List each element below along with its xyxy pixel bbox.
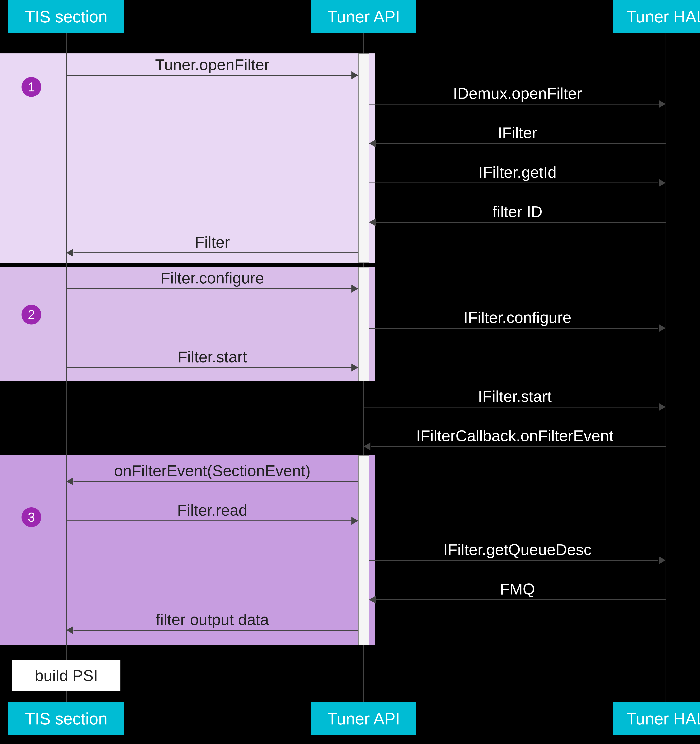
arrow (369, 328, 658, 329)
msg-openfilter-hal: IDemux.openFilter (369, 84, 666, 103)
activation-api-2 (358, 267, 369, 381)
lifeline-label: Tuner API (327, 710, 400, 728)
activation-api-3 (358, 455, 369, 646)
step-badge-2: 2 (21, 305, 41, 324)
arrow (369, 104, 659, 104)
lifeline-header-api-bottom: Tuner API (311, 702, 416, 735)
msg-configure-hal: IFilter.configure (369, 308, 666, 327)
lifeline-label: Tuner HAL (626, 7, 700, 26)
msg-onevent-hal: IFilterCallback.onFilterEvent (363, 427, 666, 445)
arrow-head (66, 249, 73, 257)
arrow (376, 222, 666, 223)
lifeline-label: TIS section (25, 7, 107, 26)
lifeline-header-tis-bottom: TIS section (8, 702, 124, 735)
arrow (66, 521, 351, 521)
lifeline-header-hal-top: Tuner HAL (613, 0, 700, 33)
arrow-head (659, 324, 666, 332)
arrow-head (369, 218, 376, 226)
msg-filterid: filter ID (369, 202, 666, 221)
arrow-head (351, 363, 358, 372)
lifeline-header-hal-bottom: Tuner HAL (613, 702, 700, 735)
arrow-head (351, 71, 358, 79)
lifeline-label: TIS section (25, 710, 107, 728)
msg-ifilter: IFilter (369, 124, 666, 142)
arrow-openfilter (66, 75, 351, 76)
badge-number: 3 (28, 510, 35, 525)
arrow-head (369, 596, 376, 604)
lifeline-header-api-top: Tuner API (311, 0, 416, 33)
arrow (73, 630, 358, 631)
group-1-band (0, 54, 375, 263)
arrow (66, 288, 351, 289)
arrow (376, 599, 666, 600)
note-text: build PSI (35, 667, 98, 684)
arrow (73, 252, 358, 253)
msg-getfmq: IFilter.getQueueDesc (369, 540, 666, 559)
note-build-psi: build PSI (12, 660, 121, 691)
msg-fmq: FMQ (369, 580, 666, 598)
arrow (66, 367, 351, 368)
msg-start-hal: IFilter.start (363, 387, 666, 406)
arrow-head (659, 556, 666, 564)
msg-configure: Filter.configure (66, 269, 358, 287)
arrow-head (659, 100, 666, 108)
badge-number: 2 (28, 307, 35, 322)
lifeline-header-tis-top: TIS section (8, 0, 124, 33)
arrow (369, 183, 658, 183)
arrow (369, 560, 658, 561)
lifeline-label: Tuner HAL (626, 710, 700, 728)
msg-getid: IFilter.getId (369, 163, 666, 182)
msg-outdata: filter output data (66, 610, 358, 629)
lifeline-label: Tuner API (327, 7, 400, 26)
arrow-head (351, 285, 358, 293)
arrow (371, 446, 666, 447)
msg-read: Filter.read (66, 501, 358, 519)
arrow-head (351, 517, 358, 525)
arrow-head (66, 626, 73, 634)
msg-start: Filter.start (66, 348, 358, 366)
msg-onevent: onFilterEvent(SectionEvent) (66, 462, 358, 480)
badge-number: 1 (28, 80, 35, 94)
arrow-head (659, 179, 666, 187)
arrow (376, 143, 666, 144)
arrow-head (66, 478, 73, 485)
step-badge-1: 1 (21, 77, 41, 97)
msg-filter: Filter (66, 233, 358, 251)
arrow-head (659, 403, 666, 411)
activation-api-1 (358, 54, 369, 263)
arrow (363, 406, 658, 408)
step-badge-3: 3 (21, 507, 41, 527)
arrow-head (363, 442, 371, 450)
arrow-head (369, 140, 376, 147)
arrow (73, 481, 358, 482)
msg-openfilter: Tuner.openFilter (66, 56, 358, 74)
